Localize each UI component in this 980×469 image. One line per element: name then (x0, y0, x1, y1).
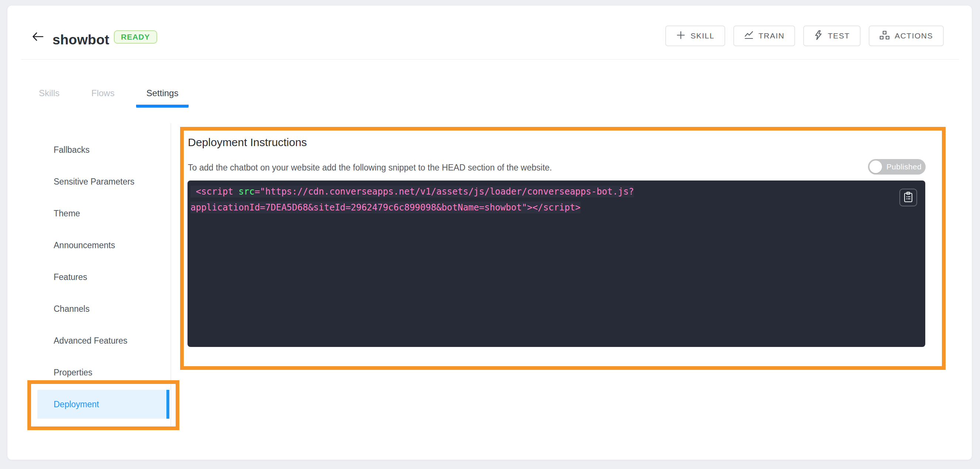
copy-snippet-button[interactable] (899, 189, 917, 207)
deployment-instructions-heading: Deployment Instructions (188, 136, 307, 149)
toggle-label: Published (886, 162, 921, 171)
sidebar-item-announcements[interactable]: Announcements (32, 229, 170, 261)
tab-settings[interactable]: Settings (136, 84, 189, 108)
tab-bar: Skills Flows Settings (29, 84, 189, 108)
sidebar-item-advanced-features[interactable]: Advanced Features (32, 325, 170, 356)
sidebar-item-deployment[interactable]: Deployment (37, 390, 169, 419)
tab-skills[interactable]: Skills (29, 84, 70, 108)
sidebar-item-fallbacks[interactable]: Fallbacks (32, 134, 170, 166)
toggle-knob[interactable] (869, 161, 882, 173)
sidebar-item-channels[interactable]: Channels (32, 293, 170, 325)
settings-sidebar: Fallbacks Sensitive Parameters Theme Ann… (32, 134, 170, 420)
test-button-label: TEST (828, 32, 850, 40)
back-button[interactable] (30, 30, 45, 45)
sidebar-item-features[interactable]: Features (32, 261, 170, 293)
trend-line-icon (744, 30, 754, 42)
header-actions: SKILL TRAIN TEST ACTIONS (665, 25, 944, 46)
deployment-code-block: <script src="https://cdn.converseapps.ne… (188, 181, 925, 347)
code-url-part1: ="https://cdn.converseapps.net/v1/assets… (255, 186, 634, 197)
sidebar-item-theme[interactable]: Theme (32, 197, 170, 229)
code-url-part2: applicationId=7DEA5D68&siteId=2962479c6c… (191, 202, 581, 213)
published-toggle[interactable]: Published (868, 159, 926, 175)
deployment-description: To add the chatbot on your website add t… (188, 162, 552, 173)
test-button[interactable]: TEST (803, 25, 861, 46)
actions-button-label: ACTIONS (894, 32, 933, 40)
skill-button[interactable]: SKILL (665, 25, 725, 46)
sidebar-item-sensitive-parameters[interactable]: Sensitive Parameters (32, 166, 170, 197)
code-snippet: <script src="https://cdn.converseapps.ne… (191, 184, 922, 216)
actions-button[interactable]: ACTIONS (869, 25, 944, 46)
sidebar-divider (170, 123, 171, 430)
clipboard-icon (904, 192, 913, 204)
sidebar-item-properties[interactable]: Properties (32, 356, 170, 388)
status-badge: READY (114, 30, 157, 44)
sitemap-icon (880, 30, 890, 42)
arrow-left-icon (31, 30, 45, 45)
code-attr-src: src (239, 186, 255, 197)
train-button-label: TRAIN (759, 32, 785, 40)
app-card: showbot READY SKILL TRAIN TEST (7, 6, 972, 460)
skill-button-label: SKILL (690, 32, 714, 40)
code-tag-open: <script (191, 186, 239, 197)
train-button[interactable]: TRAIN (733, 25, 795, 46)
plus-icon (676, 30, 686, 42)
lightning-icon (814, 30, 823, 42)
header-divider (21, 59, 959, 60)
page-title: showbot (52, 32, 109, 48)
tab-flows[interactable]: Flows (81, 84, 125, 108)
